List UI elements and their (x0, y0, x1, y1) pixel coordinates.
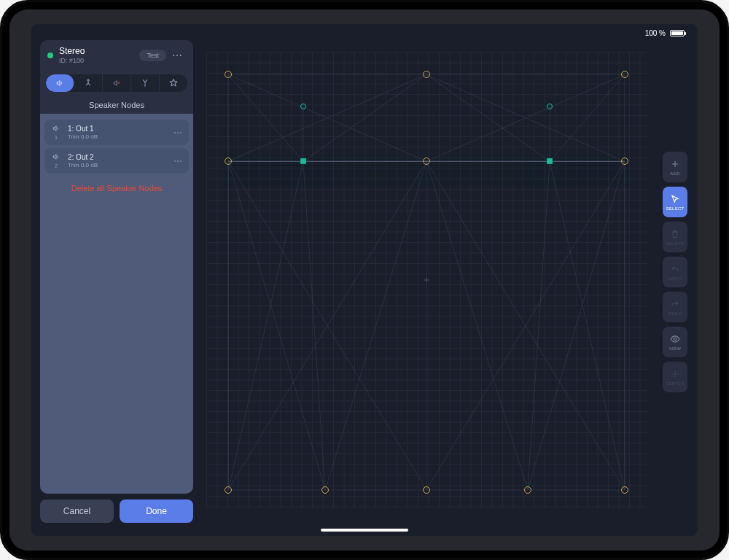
eye-icon (670, 334, 680, 344)
toolbar-right: ADD SELECT DELETE UNDO REDO VIEW (663, 152, 687, 392)
tab-favorite[interactable] (160, 74, 187, 92)
node-item[interactable]: 1 1: Out 1 Trim 0.0 dB ⋯ (44, 120, 189, 145)
sidebar-header: Stereo ID: #100 Test ⋯ (40, 40, 193, 70)
tab-mute[interactable] (103, 74, 131, 92)
cursor-icon (670, 194, 680, 204)
node-title: 1: Out 1 (68, 125, 168, 133)
canvas-node[interactable] (321, 486, 329, 494)
svg-line-23 (325, 161, 426, 490)
tool-select[interactable]: SELECT (663, 187, 687, 217)
speaker-icon (50, 152, 62, 163)
tool-label: CENTER (666, 381, 685, 386)
canvas-speaker-square[interactable] (300, 158, 306, 164)
canvas-speaker-square[interactable] (547, 158, 553, 164)
tablet-frame: 100 % Stereo ID: #100 Test ⋯ (0, 0, 729, 560)
canvas-node[interactable] (621, 486, 628, 494)
tab-speakers[interactable] (46, 74, 74, 92)
node-list: 1 1: Out 1 Trim 0.0 dB ⋯ 2 (40, 114, 193, 494)
done-button[interactable]: Done (120, 499, 193, 523)
tool-delete[interactable]: DELETE (663, 222, 687, 252)
node-index: 1 (50, 134, 62, 141)
tool-label: VIEW (669, 346, 682, 351)
node-more-icon[interactable]: ⋯ (174, 128, 183, 138)
canvas-speaker-circle[interactable] (300, 104, 306, 109)
merge-icon (140, 78, 150, 88)
svg-line-31 (528, 161, 550, 490)
cancel-button[interactable]: Cancel (40, 499, 114, 523)
node-more-icon[interactable]: ⋯ (174, 156, 183, 166)
delete-all-link[interactable]: Delete all Speaker Nodes (44, 176, 189, 200)
svg-line-20 (228, 161, 325, 490)
trash-icon (670, 229, 680, 239)
node-title: 2: Out 2 (68, 153, 168, 161)
svg-line-16 (228, 74, 303, 161)
node-index: 2 (50, 163, 62, 169)
svg-point-38 (674, 338, 677, 341)
tool-label: REDO (668, 311, 682, 316)
svg-point-39 (674, 373, 675, 374)
canvas-node[interactable] (621, 158, 628, 165)
node-trim: Trim 0.0 dB (68, 162, 168, 168)
canvas[interactable]: ＋ (206, 52, 647, 508)
config-name: Stereo (59, 46, 139, 56)
tool-label: DELETE (666, 241, 684, 246)
svg-line-27 (528, 161, 625, 490)
header-more-icon[interactable]: ⋯ (166, 50, 186, 61)
branch-icon (83, 78, 93, 88)
tab-strip (40, 70, 193, 96)
svg-line-30 (303, 161, 325, 490)
plus-icon (670, 159, 680, 169)
canvas-node[interactable] (524, 486, 531, 494)
node-trim: Trim 0.0 dB (68, 133, 168, 140)
status-dot-online (47, 52, 53, 58)
tool-undo[interactable]: UNDO (663, 257, 687, 287)
sidebar: Stereo ID: #100 Test ⋯ (40, 40, 193, 523)
status-bar: 100 % (645, 24, 698, 39)
battery-percentage: 100 % (645, 29, 666, 37)
section-title: Speaker Nodes (40, 96, 193, 114)
node-item[interactable]: 2 2: Out 2 Trim 0.0 dB ⋯ (44, 148, 189, 174)
speaker-icon (50, 124, 62, 134)
home-indicator[interactable] (321, 529, 408, 532)
tool-view[interactable]: VIEW (663, 327, 687, 357)
config-id: ID: #100 (59, 57, 139, 64)
tool-center[interactable]: CENTER (663, 362, 687, 392)
center-icon (670, 369, 680, 379)
tab-merge[interactable] (131, 74, 160, 92)
battery-icon (670, 30, 685, 36)
svg-line-32 (550, 161, 625, 490)
svg-line-17 (550, 74, 625, 161)
canvas-node[interactable] (423, 486, 430, 494)
svg-line-29 (228, 161, 303, 490)
tool-label: UNDO (668, 276, 682, 281)
tool-label: SELECT (666, 206, 684, 211)
svg-line-18 (303, 74, 426, 161)
svg-line-25 (426, 161, 528, 490)
app-screen: 100 % Stereo ID: #100 Test ⋯ (31, 24, 698, 536)
center-cross-icon: ＋ (421, 273, 432, 287)
undo-icon (670, 264, 680, 274)
tab-branch[interactable] (74, 74, 103, 92)
tool-redo[interactable]: REDO (663, 292, 687, 322)
speaker-icon (55, 79, 65, 87)
star-icon (168, 78, 179, 88)
test-button[interactable]: Test (139, 50, 166, 61)
redo-icon (670, 299, 680, 309)
tool-add[interactable]: ADD (663, 152, 687, 182)
tool-label: ADD (670, 171, 680, 176)
svg-point-0 (87, 79, 89, 81)
speaker-mute-icon (112, 79, 122, 87)
svg-line-19 (426, 74, 550, 161)
